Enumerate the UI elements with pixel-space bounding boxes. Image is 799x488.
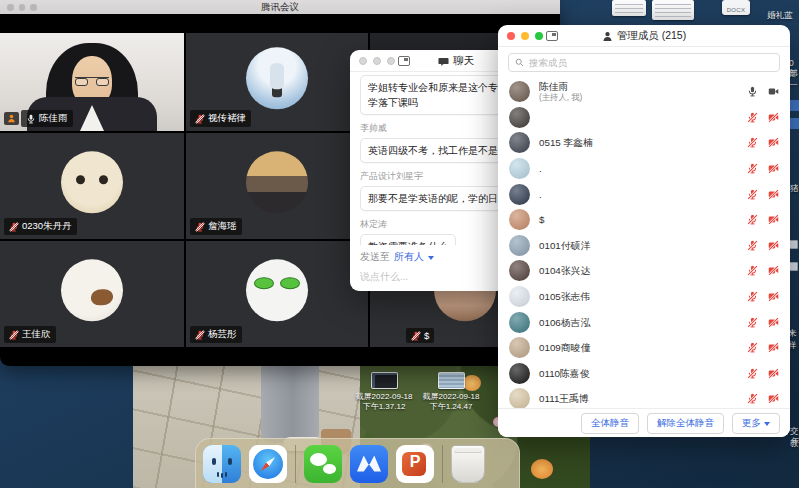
mic-icon[interactable] [747,265,758,276]
member-row[interactable]: 0104张兴达 [498,258,790,284]
dock-powerpoint-icon[interactable] [396,445,434,483]
person-icon [602,31,613,42]
send-to-selector[interactable]: 所有人 [394,250,424,264]
member-row[interactable]: 0110陈嘉俊 [498,361,790,387]
mic-icon[interactable] [747,291,758,302]
document-lines [615,4,643,13]
participant-name-chip: 王佳欣 [4,326,56,343]
member-name: 0515 李鑫楠 [539,137,593,148]
video-tile[interactable]: 0230朱丹丹 [0,133,184,239]
member-avatar [509,107,530,128]
mic-icon[interactable] [747,86,758,97]
mic-icon[interactable] [747,368,758,379]
camera-icon[interactable] [768,393,779,404]
unmute-all-button[interactable]: 解除全体静音 [647,413,724,434]
video-tile[interactable]: 陈佳雨 [0,33,184,131]
camera-icon[interactable] [768,214,779,225]
video-tile[interactable]: 视传褚律 [186,33,368,131]
mic-icon[interactable] [747,163,758,174]
docx-file-icon[interactable]: DOCX [722,0,750,15]
more-button[interactable]: 更多 [732,413,780,434]
chat-bubble-icon [438,56,449,67]
mute-all-button[interactable]: 全体静音 [581,413,639,434]
member-avatar [509,132,530,153]
camera-icon[interactable] [768,112,779,123]
member-row[interactable]: 0101付硕洋 [498,233,790,259]
member-row[interactable]: 0105张志伟 [498,284,790,310]
camera-icon[interactable] [768,368,779,379]
screenshot-file-icon[interactable]: 截屏2022-09-18 下午1.37.12 [348,372,420,412]
participant-name: 0230朱丹丹 [22,220,72,233]
desktop: DOCX 婚礼蓝 0年 部一 猪 来样 交教 年 截屏2022-09-18 下午… [0,0,799,488]
screenshot-file-icon[interactable]: 截屏2022-09-18 下午1.24.47 [415,372,487,412]
mic-icon[interactable] [747,189,758,200]
camera-icon[interactable] [768,189,779,200]
mic-icon [9,330,19,340]
member-avatar [509,388,530,408]
member-row[interactable]: 0109商晙僮 [498,335,790,361]
document-file-icon[interactable] [652,0,694,20]
dock-trash-icon[interactable] [451,445,485,483]
video-tile[interactable]: 詹海瑶 [186,133,368,239]
screenshot-label-line1: 截屏2022-09-18 [348,392,420,402]
member-row[interactable]: 陈佳雨 (主持人, 我) [498,79,790,105]
members-title: 管理成员 (215) [617,29,686,43]
camera-icon[interactable] [768,291,779,302]
self-camera-glasses [75,77,109,86]
chevron-down-icon[interactable] [428,256,434,260]
camera-icon[interactable] [768,265,779,276]
document-lines [655,4,691,17]
member-name: 0104张兴达 [539,265,590,276]
document-file-icon[interactable] [612,0,646,16]
camera-icon[interactable] [768,342,779,353]
search-input[interactable] [529,57,773,68]
member-row[interactable]: 0106杨吉泓 [498,309,790,335]
chat-title: 聊天 [453,54,474,68]
video-tile[interactable]: 王佳欣 [0,241,184,347]
member-row[interactable]: 0515 李鑫楠 [498,130,790,156]
mic-icon[interactable] [747,112,758,123]
dock-finder-icon[interactable] [203,445,241,483]
camera-icon[interactable] [768,317,779,328]
member-row[interactable]: . [498,156,790,182]
member-row[interactable] [498,105,790,131]
camera-icon[interactable] [768,86,779,97]
member-row[interactable]: 0111王禹博 [498,386,790,408]
camera-icon[interactable] [768,240,779,251]
member-row[interactable]: $ [498,207,790,233]
dock-meeting-icon[interactable] [350,445,388,483]
manage-members-window: 管理成员 (215) 陈佳雨 (主持人, 我) [498,25,790,437]
desktop-file-label: 部一 [789,68,799,92]
mic-icon [411,331,421,341]
member-avatar [509,363,530,384]
mic-icon[interactable] [747,317,758,328]
mic-icon[interactable] [747,393,758,404]
member-search-box[interactable] [508,53,780,72]
mic-icon[interactable] [747,214,758,225]
member-list[interactable]: 陈佳雨 (主持人, 我) 0515 [498,76,790,408]
camera-icon[interactable] [768,163,779,174]
mic-icon[interactable] [747,342,758,353]
participant-avatar [246,259,308,321]
docx-label: DOCX [727,7,746,15]
host-badge [4,112,19,125]
member-name: . [539,163,542,174]
member-row[interactable]: . [498,181,790,207]
participant-avatar [61,151,123,213]
members-titlebar: 管理成员 (215) [498,25,790,47]
video-tile[interactable]: 杨芸彤 [186,241,368,347]
camera-icon[interactable] [768,137,779,148]
participant-avatar [61,259,123,321]
member-name: 0110陈嘉俊 [539,368,589,379]
mic-icon [195,222,205,232]
mic-icon[interactable] [747,137,758,148]
dock-safari-icon[interactable] [249,445,287,483]
members-footer: 全体静音 解除全体静音 更多 [498,408,790,437]
dock-wechat-icon[interactable] [304,445,342,483]
participant-name: 杨芸彤 [208,328,237,341]
mic-icon[interactable] [747,240,758,251]
member-avatar [509,235,530,256]
desktop-file-label[interactable]: 婚礼蓝 [767,10,793,22]
participant-name-chip: 陈佳雨 [21,110,73,127]
member-avatar [509,184,530,205]
